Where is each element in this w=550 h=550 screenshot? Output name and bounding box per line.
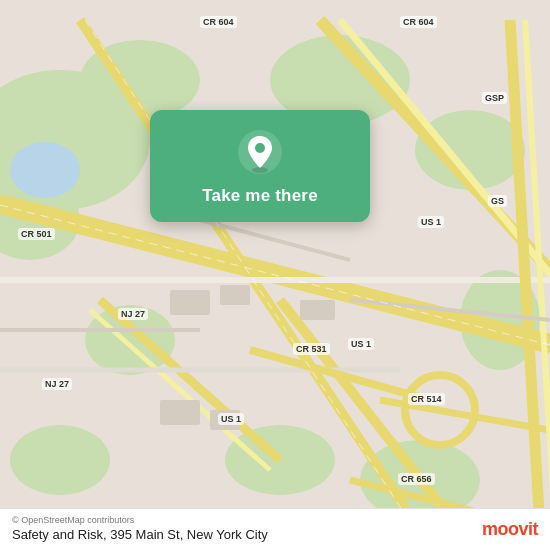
road-label-us1-bottom: US 1 — [348, 338, 374, 350]
take-me-there-button[interactable]: Take me there — [202, 186, 318, 206]
road-label-nj27-top: NJ 27 — [118, 308, 148, 320]
bottom-bar: © OpenStreetMap contributors Safety and … — [0, 508, 550, 550]
road-label-us1-bottom2: US 1 — [218, 413, 244, 425]
map-pin-icon — [238, 130, 282, 174]
copyright-text: © OpenStreetMap contributors — [12, 515, 538, 525]
svg-point-42 — [255, 143, 265, 153]
address-text: Safety and Risk, 395 Main St, New York C… — [12, 527, 538, 542]
road-label-cr604-right: CR 604 — [400, 16, 437, 28]
moovit-logo: moovit — [482, 519, 538, 540]
svg-rect-38 — [160, 400, 200, 425]
svg-rect-35 — [170, 290, 210, 315]
road-label-cr656: CR 656 — [398, 473, 435, 485]
take-me-there-card[interactable]: Take me there — [150, 110, 370, 222]
road-label-us1-right: US 1 — [418, 216, 444, 228]
svg-point-11 — [10, 142, 80, 198]
osm-attribution: © OpenStreetMap contributors — [12, 515, 134, 525]
road-label-cr604-top: CR 604 — [200, 16, 237, 28]
map-background — [0, 0, 550, 550]
road-label-cr514: CR 514 — [408, 393, 445, 405]
svg-rect-36 — [220, 285, 250, 305]
road-label-nj27-bot: NJ 27 — [42, 378, 72, 390]
map-container: CR 604 CR 604 GSP GS US 1 US 1 US 1 CR 5… — [0, 0, 550, 550]
road-label-gsp: GSP — [482, 92, 507, 104]
svg-point-9 — [10, 425, 110, 495]
road-label-cr501: CR 501 — [18, 228, 55, 240]
road-label-gs: GS — [488, 195, 507, 207]
road-label-cr531: CR 531 — [293, 343, 330, 355]
svg-rect-37 — [300, 300, 335, 320]
